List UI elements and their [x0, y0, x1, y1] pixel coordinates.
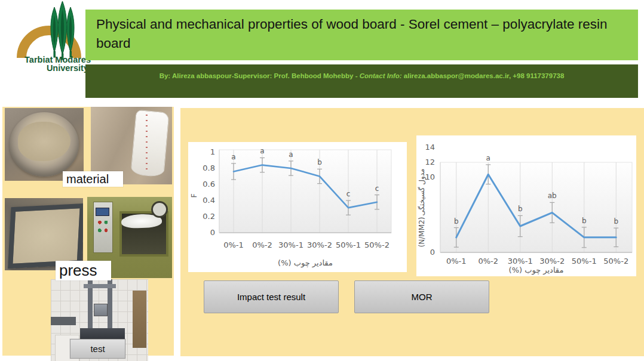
svg-text:ab: ab	[548, 192, 557, 200]
sand-pile-shape	[18, 122, 70, 161]
poster-page: Tarbiat Modares University Physical and …	[0, 0, 644, 361]
svg-text:30%-2: 30%-2	[307, 240, 332, 249]
svg-text:30%-1: 30%-1	[278, 240, 303, 249]
svg-text:b: b	[582, 217, 587, 225]
svg-text:(N/MM2): (N/MM2)	[418, 217, 426, 248]
svg-text:1: 1	[210, 147, 215, 156]
machine-base	[80, 328, 125, 340]
logo-cypress-trees	[51, 1, 74, 60]
svg-text:0%-2: 0%-2	[478, 257, 498, 266]
title-banner: Physical and mechanical properties of wo…	[85, 10, 638, 60]
byline-banner: By: Alireza abbaspour-Supervisor: Prof. …	[85, 64, 638, 98]
mor-button[interactable]: MOR	[354, 280, 489, 313]
impact-line-chart: 00.20.40.60.810%-10%-230%-130%-250%-150%…	[188, 142, 407, 272]
lab-bench-shape	[51, 317, 76, 325]
press-label: press	[56, 261, 111, 280]
svg-text:a: a	[231, 153, 235, 161]
impact-test-result-button[interactable]: Impact test result	[204, 280, 339, 313]
svg-text:50%-2: 50%-2	[364, 240, 390, 249]
svg-text:50%-1: 50%-1	[336, 240, 361, 249]
svg-text:0.6: 0.6	[203, 180, 215, 189]
svg-text:12: 12	[425, 158, 435, 166]
contact-info-value: alireza.abbaspor@modares.ac.ir, +98 9117…	[402, 72, 565, 79]
svg-text:b: b	[614, 217, 618, 226]
results-panel: 00.20.40.60.810%-10%-230%-130%-250%-150%…	[180, 108, 644, 356]
photos-panel: material press test	[2, 107, 174, 356]
mold-frame-shape	[8, 203, 83, 269]
svg-text:0: 0	[210, 228, 215, 237]
svg-text:0.8: 0.8	[203, 163, 215, 172]
svg-text:50%-1: 50%-1	[572, 257, 597, 266]
mor-line-chart: 14121000%-10%-230%-130%-250%-150%-2مقادی…	[416, 135, 636, 276]
svg-text:50%-2: 50%-2	[603, 257, 628, 266]
poster-title: Physical and mechanical properties of wo…	[96, 17, 607, 51]
mor-chart-card: 14121000%-10%-230%-130%-250%-150%-2مقادی…	[416, 135, 636, 276]
svg-text:0: 0	[430, 248, 435, 257]
svg-text:14: 14	[425, 143, 435, 152]
svg-text:0.4: 0.4	[203, 196, 215, 205]
machine-crossbeam	[84, 284, 116, 288]
press-gauge-dial	[151, 201, 168, 218]
svg-text:0.2: 0.2	[203, 212, 215, 221]
svg-text:b: b	[518, 205, 523, 213]
test-button[interactable]: test	[70, 339, 125, 359]
logo-text-line2: University	[47, 63, 88, 73]
svg-text:b: b	[317, 158, 322, 166]
svg-text:c: c	[346, 190, 351, 198]
svg-text:a: a	[486, 154, 490, 162]
svg-text:مقادیر چوب (%): مقادیر چوب (%)	[509, 266, 564, 275]
svg-text:0%-1: 0%-1	[223, 240, 244, 249]
svg-text:مدول گسیختگی: مدول گسیختگی	[418, 168, 427, 215]
machine-crosshead	[94, 304, 108, 316]
measuring-cup-shape	[130, 109, 170, 177]
svg-text:30%-1: 30%-1	[508, 257, 533, 266]
impact-chart-card: 00.20.40.60.810%-10%-230%-130%-250%-150%…	[188, 142, 407, 272]
svg-text:10: 10	[425, 172, 435, 181]
cup-graduation-marks	[146, 115, 148, 172]
material-label: material	[63, 171, 123, 187]
press-display-screen	[96, 208, 109, 216]
svg-text:30%-2: 30%-2	[539, 257, 565, 266]
lab-shelf-shape	[133, 291, 146, 348]
svg-text:0%-2: 0%-2	[252, 240, 272, 249]
svg-text:b: b	[454, 217, 459, 226]
svg-text:F: F	[189, 193, 198, 198]
svg-text:a: a	[289, 150, 293, 159]
photo-powder-bowl	[5, 108, 84, 181]
contact-info-label: Contact Info:	[360, 72, 402, 79]
svg-text:a: a	[260, 147, 264, 155]
byline-authors: By: Alireza abbaspour-Supervisor: Prof. …	[160, 72, 360, 79]
svg-text:مقادیر چوب (%): مقادیر چوب (%)	[278, 258, 333, 268]
svg-text:c: c	[375, 184, 379, 193]
photo-board-mold	[5, 198, 83, 270]
university-logo: Tarbiat Modares University	[7, 0, 97, 75]
svg-text:0%-1: 0%-1	[446, 257, 467, 266]
